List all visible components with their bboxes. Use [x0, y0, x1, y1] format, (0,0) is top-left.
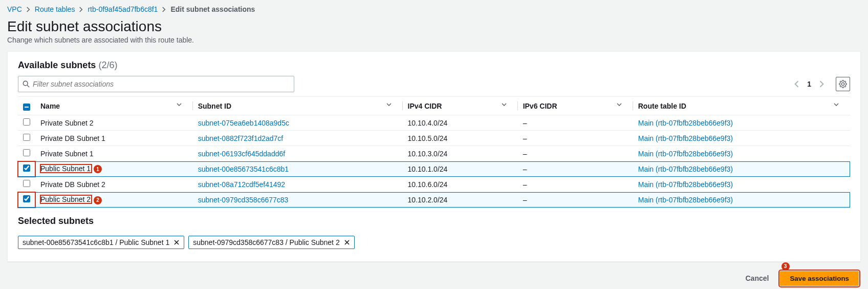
table-row[interactable]: Private DB Subnet 1subnet-0882f723f1d2ad…: [18, 131, 850, 146]
subnet-id-link[interactable]: subnet-00e85673541c6c8b1: [198, 165, 289, 173]
col-ipv4[interactable]: IPv4 CIDR: [403, 97, 518, 115]
page-subtitle: Change which subnets are associated with…: [7, 36, 861, 44]
breadcrumb-current: Edit subnet associations: [170, 5, 255, 13]
route-table-link[interactable]: Main (rtb-07fbfb28beb66e9f3): [638, 196, 733, 204]
available-subnets-title: Available subnets (2/6): [18, 60, 850, 71]
row-name: Private DB Subnet 1: [40, 134, 105, 142]
sort-icon: [386, 102, 392, 107]
row-ipv4: 10.10.5.0/24: [403, 131, 518, 146]
row-ipv6: –: [518, 161, 633, 177]
chevron-right-icon: [162, 7, 166, 12]
search-icon: [23, 80, 30, 88]
row-ipv6: –: [518, 146, 633, 161]
row-name: Private DB Subnet 2: [40, 180, 105, 189]
row-checkbox[interactable]: [23, 149, 30, 156]
route-table-link[interactable]: Main (rtb-07fbfb28beb66e9f3): [638, 165, 733, 173]
route-table-link[interactable]: Main (rtb-07fbfb28beb66e9f3): [638, 150, 733, 158]
footer: 3 Cancel Save associations: [7, 262, 861, 289]
breadcrumb-rtb-id[interactable]: rtb-0f9af45ad7fb6c8f1: [88, 5, 158, 13]
cancel-button[interactable]: Cancel: [741, 271, 774, 285]
selected-subnets-title: Selected subnets: [18, 208, 850, 236]
route-table-link[interactable]: Main (rtb-07fbfb28beb66e9f3): [638, 134, 733, 142]
row-checkbox[interactable]: [23, 195, 30, 202]
row-ipv6: –: [518, 115, 633, 131]
row-ipv4: 10.10.3.0/24: [403, 146, 518, 161]
row-name: Public Subnet 1: [40, 164, 91, 173]
breadcrumb-route-tables[interactable]: Route tables: [35, 5, 75, 13]
row-ipv4: 10.10.2.0/24: [403, 192, 518, 208]
close-icon[interactable]: [173, 239, 180, 245]
selected-token: subnet-0979cd358c6677c83 / Public Subnet…: [188, 236, 354, 249]
checkbox-indeterminate-icon: [23, 104, 30, 111]
row-ipv6: –: [518, 192, 633, 208]
row-checkbox[interactable]: [23, 134, 30, 141]
table-row[interactable]: Private Subnet 1subnet-06193cf645ddadd6f…: [18, 146, 850, 161]
row-ipv6: –: [518, 131, 633, 146]
table-row[interactable]: Private DB Subnet 2subnet-08a712cdf5ef41…: [18, 177, 850, 192]
annotation-badge-3: 3: [782, 262, 790, 271]
row-name: Private Subnet 2: [40, 119, 94, 127]
route-table-link[interactable]: Main (rtb-07fbfb28beb66e9f3): [638, 180, 733, 189]
available-subnets-panel: Available subnets (2/6) 1: [7, 51, 861, 262]
page-title: Edit subnet associations: [7, 18, 861, 35]
row-ipv4: 10.10.1.0/24: [403, 161, 518, 177]
breadcrumb-vpc[interactable]: VPC: [7, 5, 22, 13]
chevron-right-icon: [79, 7, 83, 12]
svg-line-1: [27, 85, 29, 87]
subnets-table: Name Subnet ID IPv4 CIDR IPv6 CIDR: [18, 96, 850, 208]
close-icon[interactable]: [344, 239, 350, 245]
token-label: subnet-0979cd358c6677c83 / Public Subnet…: [193, 238, 339, 246]
subnet-id-link[interactable]: subnet-06193cf645ddadd6f: [198, 150, 285, 158]
annotation-badge: 2: [94, 196, 102, 204]
col-ipv6[interactable]: IPv6 CIDR: [518, 97, 633, 115]
settings-button[interactable]: [836, 77, 850, 91]
subnet-id-link[interactable]: subnet-0979cd358c6677c83: [198, 196, 289, 204]
sort-icon: [177, 102, 182, 107]
row-ipv6: –: [518, 177, 633, 192]
selected-tokens: subnet-00e85673541c6c8b1 / Public Subnet…: [18, 236, 850, 257]
pager: 1: [791, 77, 850, 91]
annotation-badge: 1: [94, 165, 102, 173]
save-associations-button[interactable]: Save associations: [780, 271, 859, 286]
token-label: subnet-00e85673541c6c8b1 / Public Subnet…: [23, 238, 169, 246]
sort-icon: [834, 102, 839, 107]
row-checkbox[interactable]: [23, 118, 30, 126]
filter-box[interactable]: [18, 76, 294, 92]
row-checkbox[interactable]: [23, 164, 30, 172]
row-ipv4: 10.10.6.0/24: [403, 177, 518, 192]
col-subnet-id[interactable]: Subnet ID: [193, 97, 403, 115]
col-name[interactable]: Name: [35, 97, 193, 115]
pager-prev[interactable]: [791, 78, 802, 90]
svg-point-0: [23, 81, 28, 86]
pager-page: 1: [807, 80, 811, 88]
subnet-id-link[interactable]: subnet-0882f723f1d2ad7cf: [198, 134, 284, 142]
selected-token: subnet-00e85673541c6c8b1 / Public Subnet…: [18, 236, 184, 249]
sort-icon: [617, 102, 622, 107]
col-checkbox[interactable]: [18, 97, 35, 115]
sort-icon: [502, 102, 507, 107]
chevron-right-icon: [26, 7, 31, 12]
row-name: Public Subnet 2: [40, 195, 91, 203]
filter-input[interactable]: [33, 80, 290, 88]
table-row[interactable]: Private Subnet 2subnet-075ea6eb1408a9d5c…: [18, 115, 850, 131]
route-table-link[interactable]: Main (rtb-07fbfb28beb66e9f3): [638, 119, 733, 127]
table-row[interactable]: Public Subnet 22subnet-0979cd358c6677c83…: [18, 192, 850, 208]
gear-icon: [839, 80, 847, 88]
breadcrumb: VPC Route tables rtb-0f9af45ad7fb6c8f1 E…: [7, 5, 861, 13]
row-ipv4: 10.10.4.0/24: [403, 115, 518, 131]
table-row[interactable]: Public Subnet 11subnet-00e85673541c6c8b1…: [18, 161, 850, 177]
available-count: (2/6): [98, 60, 117, 70]
col-route-table-id[interactable]: Route table ID: [633, 97, 850, 115]
subnet-id-link[interactable]: subnet-075ea6eb1408a9d5c: [198, 119, 289, 127]
row-name: Private Subnet 1: [40, 150, 94, 158]
pager-next[interactable]: [816, 78, 828, 90]
toolbar: 1: [18, 76, 850, 92]
subnet-id-link[interactable]: subnet-08a712cdf5ef41492: [198, 180, 285, 189]
row-checkbox[interactable]: [23, 180, 30, 187]
